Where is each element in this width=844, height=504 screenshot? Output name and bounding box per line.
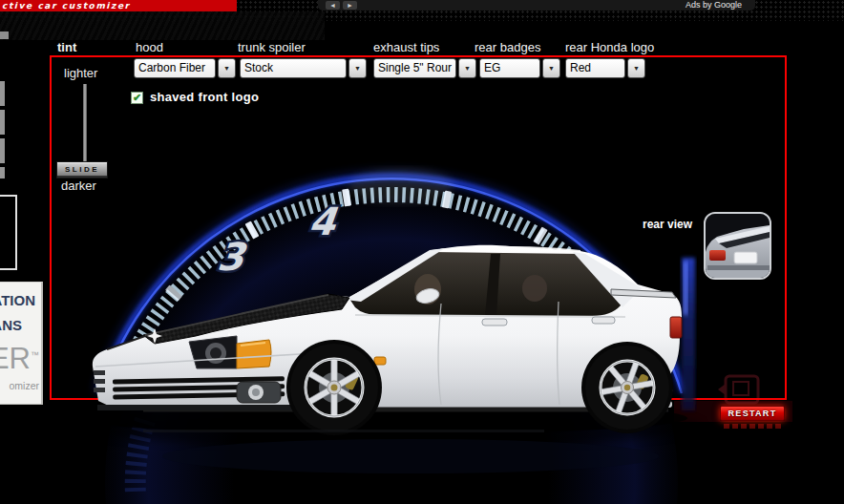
popup-line-2: ANS [0,317,22,333]
dropdown-hood-arrow[interactable]: ▼ [218,58,236,78]
dropdown-trunk-spoiler-arrow[interactable]: ▼ [348,58,367,78]
car-customizer-app: { "colors": { "frame_red": "#fb0000", "b… [0,0,844,504]
dropdown-rear-honda-logo-value[interactable]: Red [565,58,625,78]
dropdown-trunk-spoiler: Stock ▼ [240,58,367,78]
chevron-down-icon: ▼ [548,65,555,72]
dropdown-exhaust-tips: Single 5" Rour ▼ [373,58,476,78]
ad-next-button[interactable]: ► [343,1,357,10]
chevron-down-icon: ▼ [464,65,471,72]
rear-view-car-icon [706,214,770,278]
carbon-texture [0,11,325,40]
chevron-down-icon: ▼ [223,65,230,72]
left-edge-outline-fragment [0,195,17,270]
shaved-front-logo-checkbox[interactable]: ✔ [131,92,143,104]
app-title-banner: ctive car customizer [0,0,237,11]
popup-small-text: omizer [9,380,39,391]
left-edge-fragment [0,32,9,39]
popup-logo-text: ER™ [0,342,39,376]
slide-handle-label: SLIDE [65,165,99,174]
label-tint: tint [57,40,76,54]
dropdown-rear-honda-logo-arrow[interactable]: ▼ [627,58,645,78]
label-exhaust-tips: exhaust tips [373,40,439,54]
ad-bar: ◄ ► Ads by Google [318,0,755,10]
label-hood: hood [136,40,163,54]
dropdown-rear-badges-value[interactable]: EG [479,58,540,78]
dropdown-hood-value[interactable]: Carbon Fiber [134,58,216,78]
ads-by-google-label: Ads by Google [686,0,742,10]
restart-label: RESTART [728,409,777,418]
restart-button[interactable]: RESTART [720,406,785,421]
dropdown-exhaust-tips-arrow[interactable]: ▼ [458,58,476,78]
slider-lighter-label: lighter [64,66,97,80]
rear-view-thumbnail-button[interactable] [704,212,771,280]
dropdown-rear-honda-logo: Red ▼ [565,58,645,78]
shaved-front-logo-label: shaved front logo [150,90,259,104]
dropdown-rear-badges: EG ▼ [479,58,560,78]
dropdown-hood: Carbon Fiber ▼ [134,58,236,78]
dropdown-exhaust-tips-value[interactable]: Single 5" Rour [373,58,456,78]
dropdown-trunk-spoiler-value[interactable]: Stock [240,58,347,78]
left-edge-scrollbar-fragment [0,81,5,178]
popup-line-1: ATION [0,292,35,308]
label-rear-honda-logo: rear Honda logo [565,40,654,54]
label-trunk-spoiler: trunk spoiler [238,40,306,54]
dropdown-rear-badges-arrow[interactable]: ▼ [542,58,560,78]
chevron-down-icon: ▼ [354,65,361,72]
chevron-down-icon: ▼ [633,65,640,72]
ad-prev-button[interactable]: ◄ [326,1,340,10]
label-rear-badges: rear badges [475,40,540,54]
rear-view-label: rear view [643,218,692,231]
slider-darker-label: darker [61,178,96,193]
side-ad-popup[interactable]: ATION ANS ER™ omizer [0,282,43,405]
tint-slider-handle[interactable]: SLIDE [57,162,107,178]
check-icon: ✔ [133,93,141,103]
